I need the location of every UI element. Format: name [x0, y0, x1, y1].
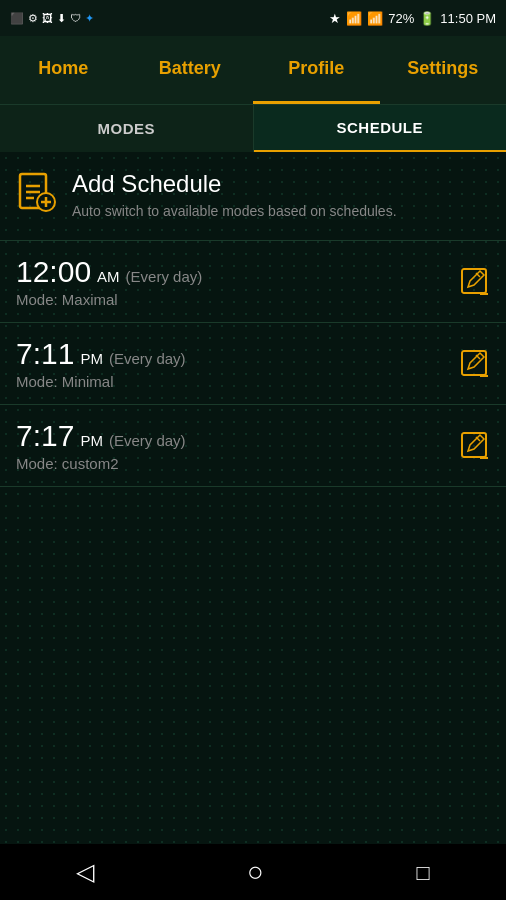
notification-icons: ⬛ ⚙ 🖼 ⬇ 🛡 ✦: [10, 12, 94, 25]
main-content: Add Schedule Auto switch to available mo…: [0, 152, 506, 844]
schedule-time-block-2: 7:17 PM (Every day) Mode: custom2: [16, 419, 186, 472]
tab-battery-label: Battery: [159, 58, 221, 79]
tab-profile-label: Profile: [288, 58, 344, 79]
schedule-time-row-0: 12:00 AM (Every day): [16, 255, 202, 289]
back-button[interactable]: ◁: [76, 858, 94, 886]
top-nav: Home Battery Profile Settings: [0, 36, 506, 104]
schedule-ampm-1: PM: [80, 350, 103, 367]
add-schedule-text: Add Schedule Auto switch to available mo…: [72, 170, 397, 222]
time: 11:50 PM: [440, 11, 496, 26]
status-bar: ⬛ ⚙ 🖼 ⬇ 🛡 ✦ ★ 📶 📶 72% 🔋 11:50 PM: [0, 0, 506, 36]
edit-button-1[interactable]: [458, 347, 490, 379]
status-icons-right: ★ 📶 📶 72% 🔋 11:50 PM: [329, 11, 496, 26]
schedule-mode-2: Mode: custom2: [16, 455, 186, 472]
sub-nav: MODES SCHEDULE: [0, 104, 506, 152]
add-schedule-description: Auto switch to available modes based on …: [72, 202, 397, 222]
schedule-item-2: 7:17 PM (Every day) Mode: custom2: [0, 405, 506, 487]
edit-button-0[interactable]: [458, 265, 490, 297]
schedule-time-row-1: 7:11 PM (Every day): [16, 337, 186, 371]
bottom-nav: ◁ ○ □: [0, 844, 506, 900]
schedule-time-block-0: 12:00 AM (Every day) Mode: Maximal: [16, 255, 202, 308]
sub-tab-modes-label: MODES: [97, 120, 155, 137]
schedule-time-main-1: 7:11: [16, 337, 74, 371]
schedule-time-main-2: 7:17: [16, 419, 74, 453]
wifi-icon: 📶: [346, 11, 362, 26]
tab-battery[interactable]: Battery: [127, 36, 254, 104]
star-icon: ★: [329, 11, 341, 26]
status-icons-left: ⬛ ⚙ 🖼 ⬇ 🛡 ✦: [10, 12, 94, 25]
edit-button-2[interactable]: [458, 429, 490, 461]
schedule-ampm-2: PM: [80, 432, 103, 449]
battery-icon: 🔋: [419, 11, 435, 26]
schedule-time-row-2: 7:17 PM (Every day): [16, 419, 186, 453]
schedule-mode-1: Mode: Minimal: [16, 373, 186, 390]
tab-settings-label: Settings: [407, 58, 478, 79]
signal-icon: 📶: [367, 11, 383, 26]
schedule-item-1: 7:11 PM (Every day) Mode: Minimal: [0, 323, 506, 405]
schedule-repeat-0: (Every day): [126, 268, 203, 285]
schedule-repeat-1: (Every day): [109, 350, 186, 367]
tab-home[interactable]: Home: [0, 36, 127, 104]
tab-profile[interactable]: Profile: [253, 36, 380, 104]
schedule-ampm-0: AM: [97, 268, 120, 285]
battery-percent: 72%: [388, 11, 414, 26]
add-schedule-row[interactable]: Add Schedule Auto switch to available mo…: [0, 152, 506, 241]
sub-tab-modes[interactable]: MODES: [0, 105, 254, 152]
add-schedule-title: Add Schedule: [72, 170, 397, 198]
sub-tab-schedule-label: SCHEDULE: [336, 119, 423, 136]
schedule-time-block-1: 7:11 PM (Every day) Mode: Minimal: [16, 337, 186, 390]
tab-settings[interactable]: Settings: [380, 36, 507, 104]
schedule-time-main-0: 12:00: [16, 255, 91, 289]
schedule-mode-0: Mode: Maximal: [16, 291, 202, 308]
recent-apps-button[interactable]: □: [416, 858, 429, 886]
sub-tab-schedule[interactable]: SCHEDULE: [254, 105, 507, 152]
add-schedule-icon: [16, 172, 56, 221]
schedule-repeat-2: (Every day): [109, 432, 186, 449]
home-button[interactable]: ○: [247, 856, 264, 888]
schedule-item-0: 12:00 AM (Every day) Mode: Maximal: [0, 241, 506, 323]
tab-home-label: Home: [38, 58, 88, 79]
